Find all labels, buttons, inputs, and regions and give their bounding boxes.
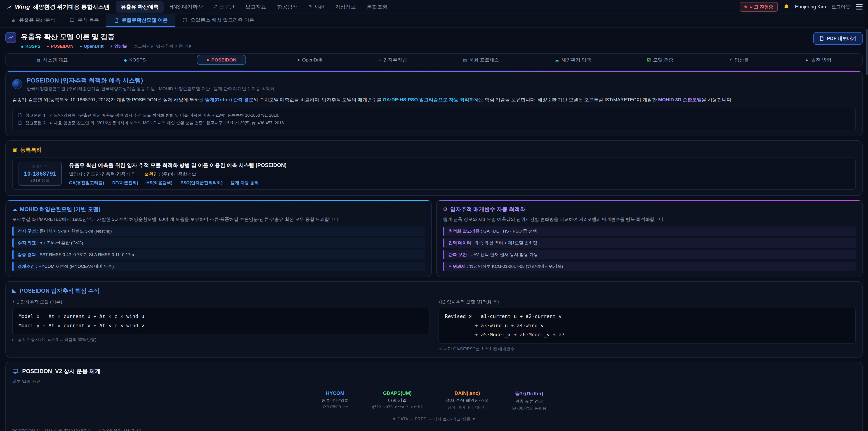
patent-heading: ▣ 등록특허 xyxy=(12,146,856,153)
topbar: Wing 해양환경 위기대응 통합시스템 유출유 확산예측 HNS·대기확산 긴… xyxy=(0,0,868,14)
patent-number: 10-1868791 xyxy=(24,171,56,177)
highlight-drifter: 뜰개(Drifter) 관측 경로 xyxy=(205,97,254,102)
optimizer-heading: ⚙ 입자추적 매개변수 자동 최적화 xyxy=(443,206,856,213)
paper-icon xyxy=(18,120,22,125)
monitor-icon xyxy=(12,368,19,374)
arrow-icon: → xyxy=(432,391,437,397)
pill-ocean-input[interactable]: ☁해양환경 입력 xyxy=(550,55,596,65)
poseidon-overview-card: POSEIDON (입자추적 최적화 예측 시스템) 한국해양환경연구원·(주)… xyxy=(5,70,863,136)
nav-item-board[interactable]: 게시판 xyxy=(304,1,329,13)
dot-icon: ● xyxy=(206,57,209,62)
pill-roadmap[interactable]: ▲발전 방향 xyxy=(800,55,836,65)
diamond-icon: ◆ xyxy=(21,44,24,49)
check-icon: ☑ xyxy=(647,57,651,63)
nav-item-emergency-rescue[interactable]: 긴급구난 xyxy=(209,1,240,13)
nav-item-reports[interactable]: 보고자료 xyxy=(241,1,271,13)
nav-item-oil-diffusion[interactable]: 유출유 확산예측 xyxy=(116,1,163,13)
tab-model-theory[interactable]: 유출유확산모델 이론 xyxy=(106,14,175,27)
tag-drifter[interactable]: 뜰개 자동 동화 xyxy=(231,180,259,186)
app-title: 해양환경 위기대응 통합시스템 xyxy=(33,3,110,11)
pdf-export-button[interactable]: PDF 내보내기 xyxy=(813,32,863,45)
paper-icon xyxy=(18,113,22,117)
pill-system-overview[interactable]: ▦시스템 개요 xyxy=(32,55,72,65)
nav-item-integrated-search[interactable]: 통합조회 xyxy=(362,1,393,13)
highlight-mohid: MOHID 3D 순환모델 xyxy=(658,97,702,102)
optimizer-card: ⚙ 입자추적 매개변수 자동 최적화 뜰개 관측 경로와 제1 모델 예측값의 … xyxy=(436,200,863,277)
patent-number-box: 등록번호 10-1868791 2018 등록 xyxy=(19,162,62,186)
operation-card: POSEIDON_V2 상시 운용 체계 외부 입력 자료 HYCOM 해류·수… xyxy=(5,362,863,431)
tag-de[interactable]: DE(차분진화) xyxy=(112,180,138,186)
operation-heading: POSEIDON_V2 상시 운용 체계 xyxy=(12,368,856,375)
menu-icon[interactable] xyxy=(856,4,863,9)
user-name[interactable]: Eunjeong Kim xyxy=(795,4,826,10)
scrollbar[interactable] xyxy=(865,0,868,431)
formula-right-code: Revised_x = a1·current_u + a2·current_v … xyxy=(438,308,856,343)
formula-right-label: 제2 입자추적 모델 (최적화 후) xyxy=(438,299,856,305)
gear-icon: ⚙ xyxy=(443,206,447,212)
mohid-card: ☁ MOHID 해양순환모델 (기반 모델) 포르투갈 IST/MARETEC에… xyxy=(5,200,432,277)
pill-ensemble[interactable]: ⚡앙상블 xyxy=(725,55,753,65)
highlight-algorithms: GA·DE·HS·PSO 알고리즘으로 자동 최적화 xyxy=(383,97,474,102)
poseidon-subtitle: 한국해양환경연구원·(주)아라종합기술·한국해양기상기술 공동 개발 · MOH… xyxy=(27,86,274,92)
lightning-icon: ⚡ xyxy=(110,44,112,49)
badge-kosps: ◆KOSPS xyxy=(21,44,40,49)
rocket-icon: ▲ xyxy=(805,57,809,62)
spec-row: 수직 좌표 : σ + Z-level 혼합 (GVC) xyxy=(12,238,425,248)
pill-opendrift[interactable]: ●OpenDrift xyxy=(293,55,327,64)
page-chart-icon xyxy=(5,32,16,43)
patent-number-label: 등록번호 xyxy=(24,164,56,169)
pill-particle-tracking[interactable]: ∴입자추적법 xyxy=(374,55,411,65)
logout-link[interactable]: 로그아웃 xyxy=(831,4,850,10)
formula-left-caption: c : 풍속 가중치 (예: c=0.3 → 바람의 30% 반영) xyxy=(12,337,430,342)
badge-ensemble: ⚡앙상블 xyxy=(110,43,127,49)
main-content: 유출유 확산 모델 이론 및 검증 ◆KOSPS ●POSEIDON ●Open… xyxy=(0,28,868,431)
bell-icon[interactable] xyxy=(783,4,789,10)
two-column-section: ☁ MOHID 해양순환모델 (기반 모델) 포르투갈 IST/MARETEC에… xyxy=(5,200,863,277)
tabbar: 유출유 확산분석 분석 목록 유출유확산모델 이론 오일펜스 배치 알고리즘 이… xyxy=(0,14,868,28)
section-nav: ▦시스템 개요 ◆KOSPS ●POSEIDON ●OpenDrift ∴입자추… xyxy=(5,53,863,66)
page-title-block: 유출유 확산 모델 이론 및 검증 ◆KOSPS ●POSEIDON ●Open… xyxy=(21,32,193,49)
incident-status-badge[interactable]: 사고 진행중 xyxy=(740,2,778,12)
tag-pso[interactable]: PSO(입자군집최적화) xyxy=(181,180,223,186)
nav-item-hns[interactable]: HNS·대기확산 xyxy=(164,1,208,13)
formula-heading: ◣ POSEIDON 입자추적 핵심 수식 xyxy=(12,287,856,295)
tab-oil-fence-theory[interactable]: 오일펜스 배치 알고리즘 이론 xyxy=(175,14,261,27)
references-box: 참고문헌 ① : 김도연·김용혁, “유출유 확산 예측을 위한 입자 추적 모… xyxy=(12,108,856,130)
nav-item-aerial-search[interactable]: 항공탐색 xyxy=(272,1,303,13)
particles-icon: ∴ xyxy=(378,57,381,63)
diamond-icon: ◆ xyxy=(124,57,127,63)
optimizer-spec-rows: 최적화 알고리즘 : GA · DE · HS · PSO 중 선택 입력 데이… xyxy=(443,226,856,271)
tab-analysis-list[interactable]: 분석 목록 xyxy=(62,14,106,27)
page-head: 유출유 확산 모델 이론 및 검증 ◆KOSPS ●POSEIDON ●Open… xyxy=(5,32,863,49)
nav-item-weather[interactable]: 기상정보 xyxy=(330,1,361,13)
patent-info: 유출유 확산 예측을 위한 입자 추적 모듈 최적화 방법 및 이를 이용한 예… xyxy=(69,162,286,186)
pill-poseidon[interactable]: ●POSEIDON xyxy=(197,55,246,65)
optimizer-description: 뜰개 관측 경로와 제1 모델 예측값의 단위시간별 변화량을 비교하여 제2 … xyxy=(443,216,856,223)
modules-label: POSEIDON 4대 실행 모듈 (EA012 대격자 → KO108 연안 … xyxy=(12,428,856,431)
mohid-spec-rows: 격자 구성 : 동아시아 9km + 한반도 3km (Nesting) 수직 … xyxy=(12,226,425,271)
formula-left: 제1 입자추적 모델 (기본) Model_x = Δt × current_u… xyxy=(12,299,430,352)
mohid-description: 포르투갈 IST/MARETEC에서 1985년부터 개발한 3D 수치 해양순… xyxy=(12,216,425,223)
external-input-label: 외부 입력 자료 xyxy=(12,378,856,384)
tag-ga[interactable]: GA(유전알고리즘) xyxy=(69,180,104,186)
topbar-right: 사고 진행중 Eunjeong Kim 로그아웃 xyxy=(740,2,863,12)
tab-diffusion-analysis[interactable]: 유출유 확산분석 xyxy=(4,14,62,27)
patent-detail: 등록번호 10-1868791 2018 등록 유출유 확산 예측을 위한 입자… xyxy=(12,157,856,190)
spec-row: 경계조건 : HYCOM 재분석 (MYOCEAN 대비 우수) xyxy=(12,262,425,271)
ruler-icon: ◣ xyxy=(12,287,17,294)
app-window: Wing 해양환경 위기대응 통합시스템 유출유 확산예측 HNS·대기확산 긴… xyxy=(0,0,868,431)
incident-dot-icon xyxy=(744,5,747,8)
tag-hs[interactable]: HS(화음탐색) xyxy=(147,180,173,186)
badge-row: ◆KOSPS ●POSEIDON ●OpenDrift ⚡앙상블 라그랑지안 입… xyxy=(21,43,193,49)
pill-weathering-process[interactable]: ▤풍화 프로세스 xyxy=(458,55,504,65)
logo-text: Wing xyxy=(15,3,30,10)
formula-right: 제2 입자추적 모델 (최적화 후) Revised_x = a1·curren… xyxy=(438,299,856,352)
scrollbar-thumb[interactable] xyxy=(866,29,868,75)
mohid-heading: ☁ MOHID 해양순환모델 (기반 모델) xyxy=(12,206,425,213)
poseidon-card-header: POSEIDON (입자추적 최적화 예측 시스템) 한국해양환경연구원·(주)… xyxy=(12,76,856,92)
source-drifter: 뜰개(Drifter) 관측 표류 경로 GA/DE/PSO 동화용 xyxy=(507,390,551,411)
clipboard-icon: ▣ xyxy=(12,147,18,153)
pill-kosps[interactable]: ◆KOSPS xyxy=(119,55,150,64)
pill-model-validation[interactable]: ☑모델 검증 xyxy=(643,55,678,65)
formula-left-label: 제1 입자추적 모델 (기본) xyxy=(12,299,430,305)
